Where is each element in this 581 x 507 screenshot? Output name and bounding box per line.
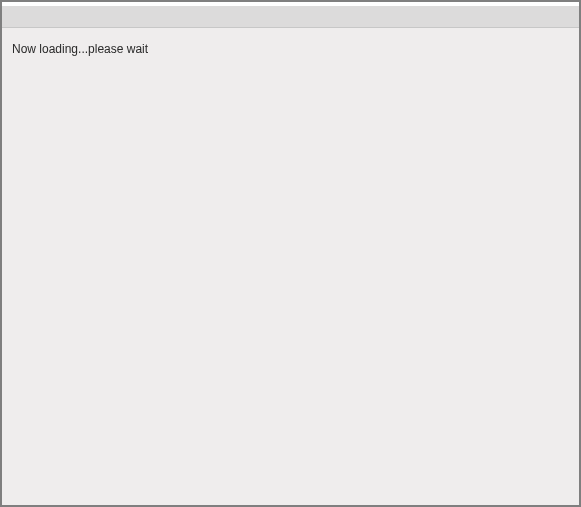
content-area: Now loading...please wait — [2, 28, 579, 70]
loading-message: Now loading...please wait — [12, 42, 569, 56]
title-bar — [2, 6, 579, 28]
